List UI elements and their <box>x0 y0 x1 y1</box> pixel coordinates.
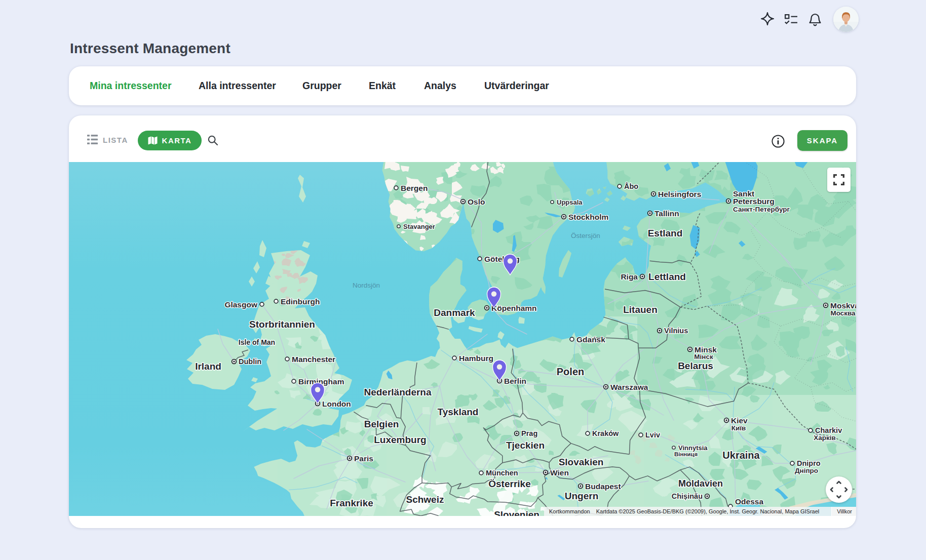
svg-text:Tallinn: Tallinn <box>654 209 679 218</box>
svg-text:Hamburg: Hamburg <box>459 354 493 363</box>
svg-text:Belarus: Belarus <box>678 361 713 371</box>
svg-text:Petersburg: Petersburg <box>733 197 775 206</box>
svg-text:Ukraina: Ukraina <box>722 450 760 461</box>
svg-text:Glasgow: Glasgow <box>224 300 258 309</box>
svg-text:Вінниця: Вінниця <box>674 451 698 457</box>
svg-text:Danmark: Danmark <box>434 307 475 318</box>
svg-text:Estland: Estland <box>648 228 683 238</box>
svg-text:Berlin: Berlin <box>504 377 526 385</box>
svg-text:Dnipro: Dnipro <box>797 459 821 467</box>
svg-text:Manchester: Manchester <box>292 355 335 364</box>
svg-text:Bergen: Bergen <box>401 184 428 192</box>
svg-text:Warszawa: Warszawa <box>610 383 648 391</box>
svg-text:Tyskland: Tyskland <box>438 407 479 417</box>
svg-text:Schweiz: Schweiz <box>406 494 444 505</box>
svg-text:Dublin: Dublin <box>239 357 261 366</box>
svg-text:Litauen: Litauen <box>623 304 658 315</box>
svg-text:Österrike: Österrike <box>488 478 530 489</box>
svg-text:Chișinău: Chișinău <box>672 492 703 500</box>
svg-text:Frankrike: Frankrike <box>330 498 373 508</box>
svg-text:Isle of Man: Isle of Man <box>239 338 275 346</box>
svg-text:Slovakien: Slovakien <box>559 457 604 467</box>
svg-text:Tjeckien: Tjeckien <box>506 440 545 451</box>
svg-text:Östersjön: Östersjön <box>571 232 600 239</box>
svg-text:Helsingfors: Helsingfors <box>658 190 701 198</box>
svg-text:Wien: Wien <box>550 468 569 477</box>
svg-text:Мінск: Мінск <box>694 353 713 361</box>
svg-text:Дніпро: Дніпро <box>795 467 818 474</box>
svg-text:Kraków: Kraków <box>592 429 619 437</box>
svg-text:Edinburgh: Edinburgh <box>281 297 320 306</box>
svg-text:Åbo: Åbo <box>624 182 638 190</box>
svg-text:Vilnius: Vilnius <box>664 327 688 335</box>
svg-text:Luxemburg: Luxemburg <box>374 434 426 445</box>
svg-text:Moldavien: Moldavien <box>678 478 723 489</box>
svg-text:Köpenhamn: Köpenhamn <box>491 304 537 312</box>
svg-text:Gdańsk: Gdańsk <box>576 335 605 344</box>
svg-text:Paris: Paris <box>354 454 373 463</box>
svg-text:Irland: Irland <box>195 361 221 372</box>
svg-text:Stavanger: Stavanger <box>403 223 435 230</box>
svg-text:Slovenien: Slovenien <box>494 509 539 516</box>
svg-text:Санкт-Петербург: Санкт-Петербург <box>733 206 790 213</box>
svg-text:Charkiv: Charkiv <box>815 426 842 434</box>
svg-text:Riga: Riga <box>621 272 638 281</box>
svg-text:Nederländerna: Nederländerna <box>364 387 431 397</box>
svg-text:Ungern: Ungern <box>565 491 599 501</box>
svg-text:Nordsjön: Nordsjön <box>353 282 380 289</box>
svg-text:Prag: Prag <box>521 429 537 437</box>
svg-text:Odessa: Odessa <box>735 497 763 506</box>
svg-text:Lviv: Lviv <box>645 431 660 439</box>
svg-text:Uppsala: Uppsala <box>557 198 583 206</box>
svg-text:Moskva: Moskva <box>830 301 856 310</box>
svg-text:Москва: Москва <box>830 309 856 317</box>
svg-text:Polen: Polen <box>557 366 584 377</box>
svg-text:Stockholm: Stockholm <box>568 213 608 221</box>
svg-text:Vinnytsia: Vinnytsia <box>678 444 708 452</box>
svg-text:Budapest: Budapest <box>585 482 621 491</box>
svg-text:Київ: Київ <box>731 424 746 432</box>
svg-text:London: London <box>322 399 351 408</box>
svg-text:Lettland: Lettland <box>648 271 686 282</box>
svg-text:Харків: Харків <box>814 434 836 442</box>
svg-text:Belgien: Belgien <box>364 419 399 429</box>
svg-text:Storbritannien: Storbritannien <box>249 319 315 330</box>
svg-text:Oslo: Oslo <box>468 197 485 206</box>
svg-text:Kiev: Kiev <box>731 416 748 425</box>
svg-text:München: München <box>486 469 518 477</box>
